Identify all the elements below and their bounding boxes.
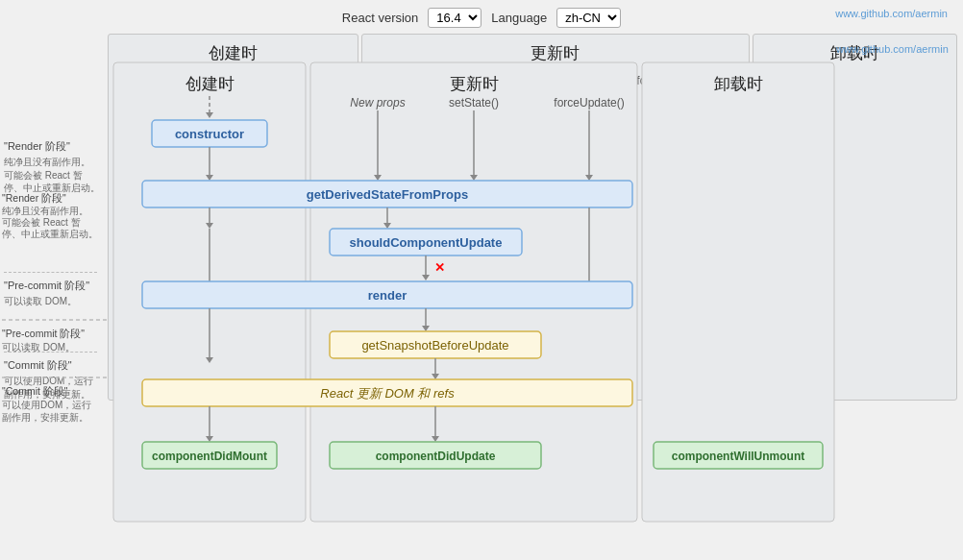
github-link: www.github.com/aermin bbox=[835, 8, 948, 19]
commit-stage-label-text: "Commit 阶段" bbox=[2, 385, 68, 397]
precommit-stage-label-text: "Pre-commit 阶段" bbox=[2, 328, 85, 339]
component-did-mount-text: componentDidMount bbox=[152, 450, 267, 463]
render-stage-desc-2: 可能会被 React 暂 bbox=[2, 217, 81, 228]
component-will-unmount-text: componentWillUnmount bbox=[672, 450, 805, 463]
render-stage-label-text: "Render 阶段" bbox=[2, 192, 66, 204]
render-text: render bbox=[368, 288, 407, 303]
react-version-select[interactable]: 16.4 16.3 bbox=[428, 8, 482, 28]
react-update-dom-text: React 更新 DOM 和 refs bbox=[320, 386, 455, 401]
update-panel-title: 更新时 bbox=[450, 75, 499, 93]
language-select[interactable]: zh-CN en bbox=[556, 8, 621, 28]
new-props-text: New props bbox=[350, 96, 405, 110]
get-derived-state-text: getDerivedStateFromProps bbox=[307, 187, 468, 202]
unmount-panel-title: 卸载时 bbox=[714, 75, 763, 93]
render-stage-desc-1: 纯净且没有副作用。 bbox=[2, 206, 88, 216]
force-update-text: forceUpdate() bbox=[554, 96, 624, 110]
set-state-text: setState() bbox=[449, 96, 499, 110]
svg-container: 创建时 更新时 卸载时 constructor New props setSta… bbox=[0, 34, 963, 560]
should-update-text: shouldComponentUpdate bbox=[350, 235, 503, 250]
commit-stage-desc-1: 可以使用DOM，运行 bbox=[2, 400, 91, 410]
create-panel-title: 创建时 bbox=[185, 75, 235, 93]
render-stage-desc-3: 停、中止或重新启动。 bbox=[2, 229, 98, 239]
constructor-text: constructor bbox=[175, 127, 244, 141]
main-diagram-svg: 创建时 更新时 卸载时 constructor New props setSta… bbox=[0, 34, 963, 560]
language-label: Language bbox=[491, 11, 547, 25]
topbar: React version 16.4 16.3 Language zh-CN e… bbox=[0, 0, 963, 34]
github-text: www.github.com/aermin bbox=[835, 43, 949, 55]
component-did-update-text: componentDidUpdate bbox=[376, 450, 496, 463]
commit-stage-desc-2: 副作用，安排更新。 bbox=[2, 412, 88, 423]
react-version-label: React version bbox=[342, 11, 418, 25]
page: React version 16.4 16.3 Language zh-CN e… bbox=[0, 0, 963, 560]
precommit-stage-desc: 可以读取 DOM。 bbox=[2, 342, 75, 353]
get-snapshot-text: getSnapshotBeforeUpdate bbox=[361, 338, 508, 353]
x-mark: ✕ bbox=[434, 260, 445, 275]
